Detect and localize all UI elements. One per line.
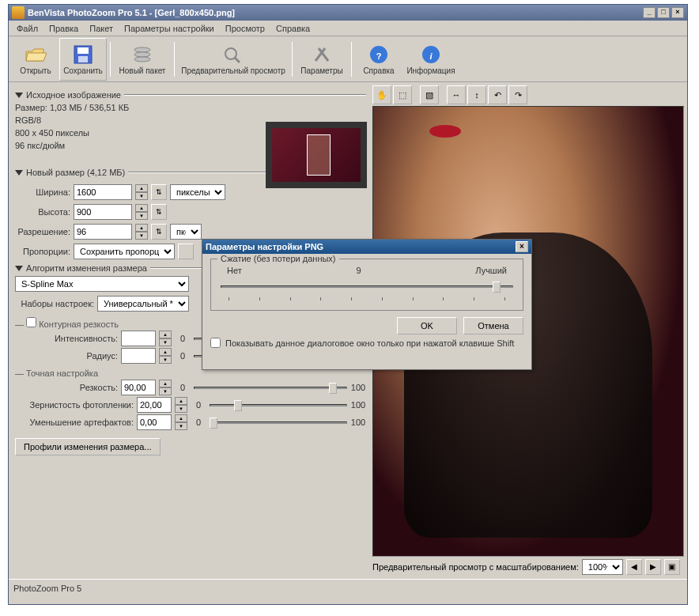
dialog-titlebar[interactable]: Параметры настройки PNG × bbox=[202, 240, 531, 254]
sharpness-spinner[interactable]: ▲▼ bbox=[159, 380, 172, 395]
proportions-select[interactable]: Сохранить пропорции bbox=[74, 244, 175, 259]
maximize-button[interactable]: □ bbox=[657, 7, 670, 18]
width-link-button[interactable]: ⇅ bbox=[151, 184, 167, 200]
resolution-unit-select[interactable]: пкс/ bbox=[170, 224, 202, 240]
method-select[interactable]: S-Spline Max bbox=[15, 276, 189, 292]
toolbar: Открыть Сохранить Новый пакет Предварите… bbox=[9, 36, 687, 82]
radius-input[interactable] bbox=[121, 348, 156, 364]
pan-tool-button[interactable]: ✋ bbox=[372, 85, 391, 104]
svg-text:?: ? bbox=[376, 51, 382, 61]
save-icon bbox=[72, 43, 94, 66]
titlebar[interactable]: BenVista PhotoZoom Pro 5.1 - [Gerl_800x4… bbox=[9, 5, 687, 21]
zoom-in-button[interactable]: ▶ bbox=[645, 559, 661, 575]
status-bar: PhotoZoom Pro 5 bbox=[9, 579, 687, 596]
help-icon: ? bbox=[368, 43, 390, 66]
unit-select[interactable]: пикселы bbox=[170, 184, 225, 200]
menu-view[interactable]: Просмотр bbox=[221, 22, 270, 35]
height-label: Высота: bbox=[15, 207, 70, 217]
rotate-ccw-button[interactable]: ↶ bbox=[488, 85, 507, 104]
compression-fieldset: Сжатие (без потери данных) Нет 9 Лучший bbox=[210, 259, 523, 311]
folder-open-icon bbox=[25, 43, 47, 66]
magnifier-icon bbox=[222, 43, 244, 66]
width-input[interactable] bbox=[74, 184, 132, 200]
cancel-button[interactable]: Отмена bbox=[463, 317, 523, 334]
intensity-input[interactable] bbox=[121, 331, 156, 346]
svg-line-7 bbox=[235, 58, 240, 62]
help-button[interactable]: ? Справка bbox=[355, 38, 402, 81]
svg-point-3 bbox=[134, 47, 150, 52]
grain-label: Зернистость фотопленки: bbox=[15, 400, 134, 410]
sharpness-input[interactable] bbox=[121, 380, 156, 395]
compression-max-label: Лучший bbox=[475, 266, 507, 275]
collapse-icon bbox=[15, 266, 23, 271]
close-button[interactable]: × bbox=[671, 7, 684, 18]
params-button[interactable]: Параметры bbox=[296, 38, 348, 81]
menu-file[interactable]: Файл bbox=[12, 22, 43, 35]
menubar: Файл Правка Пакет Параметры настройки Пр… bbox=[9, 21, 687, 36]
rotate-ccw-icon: ↶ bbox=[494, 90, 501, 100]
batch-icon bbox=[131, 43, 153, 66]
dialog-close-button[interactable]: × bbox=[516, 241, 528, 252]
new-batch-button[interactable]: Новый пакет bbox=[114, 38, 171, 81]
ok-button[interactable]: OK bbox=[397, 317, 457, 334]
sharpness-slider[interactable] bbox=[194, 380, 347, 395]
source-section-header[interactable]: Исходное изображение bbox=[15, 90, 366, 100]
shift-only-checkbox[interactable] bbox=[210, 338, 221, 348]
rotate-cw-button[interactable]: ↷ bbox=[508, 85, 527, 104]
zoom-select[interactable]: 100% bbox=[582, 559, 623, 575]
app-icon bbox=[12, 6, 25, 19]
resolution-link-button[interactable]: ⇅ bbox=[151, 224, 167, 240]
marquee-icon: ⬚ bbox=[399, 90, 406, 100]
height-spinner[interactable]: ▲▼ bbox=[135, 204, 148, 220]
tools-icon bbox=[311, 43, 333, 66]
height-input[interactable] bbox=[74, 204, 132, 220]
grain-input[interactable] bbox=[137, 397, 172, 413]
open-button[interactable]: Открыть bbox=[12, 38, 59, 81]
proportions-label: Пропорции: bbox=[15, 247, 70, 256]
height-link-button[interactable]: ⇅ bbox=[151, 204, 167, 220]
width-label: Ширина: bbox=[15, 187, 70, 197]
flip-v-icon: ↕ bbox=[474, 90, 479, 100]
grain-spinner[interactable]: ▲▼ bbox=[175, 397, 187, 413]
flip-h-icon: ↔ bbox=[452, 90, 461, 100]
radius-label: Радиус: bbox=[15, 351, 118, 361]
crop-tool-button[interactable]: ▧ bbox=[420, 85, 439, 104]
window-title: BenVista PhotoZoom Pro 5.1 - [Gerl_800x4… bbox=[28, 8, 643, 17]
menu-edit[interactable]: Правка bbox=[44, 22, 83, 35]
intensity-spinner[interactable]: ▲▼ bbox=[159, 331, 172, 346]
flip-v-button[interactable]: ↕ bbox=[467, 85, 486, 104]
contour-checkbox[interactable] bbox=[26, 317, 36, 327]
png-settings-dialog: Параметры настройки PNG × Сжатие (без по… bbox=[202, 239, 532, 370]
resolution-label: Разрешение: bbox=[15, 227, 70, 236]
preview-button[interactable]: Предварительный просмотр bbox=[178, 38, 289, 81]
zoom-out-button[interactable]: ◀ bbox=[626, 559, 642, 575]
radius-spinner[interactable]: ▲▼ bbox=[159, 348, 172, 364]
resolution-input[interactable] bbox=[74, 224, 132, 240]
rotate-cw-icon: ↷ bbox=[515, 90, 522, 100]
artifact-input[interactable] bbox=[137, 414, 172, 430]
compression-slider[interactable] bbox=[221, 278, 513, 296]
proportions-extra-button[interactable] bbox=[178, 244, 194, 259]
resolution-spinner[interactable]: ▲▼ bbox=[135, 224, 148, 240]
artifact-slider[interactable] bbox=[210, 414, 347, 430]
flip-h-button[interactable]: ↔ bbox=[447, 85, 466, 104]
width-spinner[interactable]: ▲▼ bbox=[135, 184, 148, 200]
menu-help[interactable]: Справка bbox=[271, 22, 315, 35]
thumbnail-navigator[interactable] bbox=[266, 122, 367, 188]
minimize-button[interactable]: _ bbox=[643, 7, 656, 18]
save-button[interactable]: Сохранить bbox=[59, 38, 107, 81]
menu-batch[interactable]: Пакет bbox=[85, 22, 118, 35]
svg-point-5 bbox=[134, 57, 150, 62]
grain-slider[interactable] bbox=[210, 397, 347, 413]
preview-zoom-label: Предварительный просмотр с масштабирован… bbox=[372, 562, 579, 572]
info-button[interactable]: i Информация bbox=[402, 38, 459, 81]
marquee-tool-button[interactable]: ⬚ bbox=[393, 85, 412, 104]
source-size: Размер: 1,03 МБ / 536,51 КБ bbox=[15, 103, 366, 112]
zoom-fit-button[interactable]: ▣ bbox=[664, 559, 680, 575]
collapse-icon bbox=[15, 93, 23, 98]
compression-min-label: Нет bbox=[227, 266, 242, 275]
artifact-spinner[interactable]: ▲▼ bbox=[175, 414, 187, 430]
resize-profiles-button[interactable]: Профили изменения размера... bbox=[15, 438, 161, 455]
menu-settings[interactable]: Параметры настройки bbox=[119, 22, 219, 35]
presets-select[interactable]: Универсальный * bbox=[97, 296, 189, 312]
